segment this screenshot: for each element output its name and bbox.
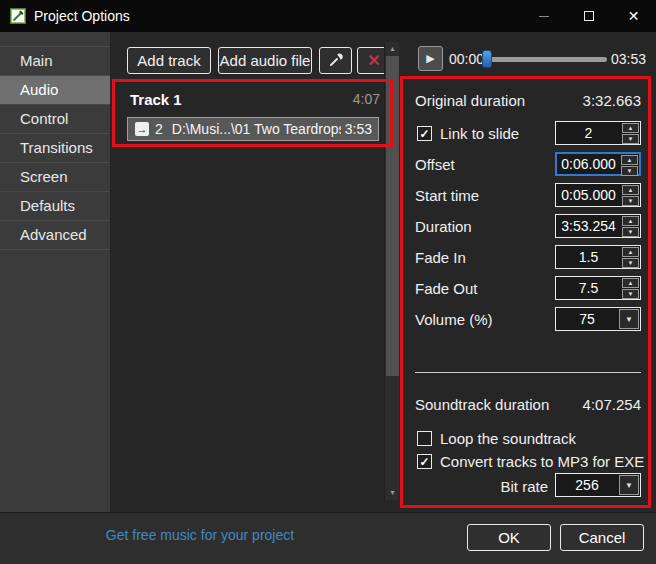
footer-bar: Get free music for your project OK Cance… — [0, 512, 656, 564]
audio-item-duration: 3:53 — [345, 121, 372, 137]
separator-line — [415, 372, 641, 373]
duration-spin-down[interactable]: ▼ — [622, 227, 639, 237]
play-icon: ▶ — [426, 52, 434, 64]
offset-spinner[interactable]: 0:06.000 ▲ ▼ — [555, 152, 641, 176]
spin-buttons: ▲ ▼ — [621, 122, 640, 144]
scroll-up-button[interactable]: ▲ — [385, 42, 400, 56]
fade-in-label: Fade In — [415, 249, 466, 266]
sidebar-item-screen[interactable]: Screen — [0, 163, 110, 192]
link-to-slide-value: 2 — [556, 122, 621, 144]
spin-buttons: ▲ ▼ — [621, 246, 640, 268]
scrollbar-thumb[interactable] — [386, 56, 399, 376]
fade-out-spin-up[interactable]: ▲ — [622, 278, 639, 288]
fade-in-spinner[interactable]: 1.5 ▲ ▼ — [555, 245, 641, 269]
loop-soundtrack-label: Loop the soundtrack — [440, 430, 576, 447]
close-icon: ✕ — [628, 8, 640, 24]
fade-in-spin-up[interactable]: ▲ — [622, 247, 639, 257]
vertical-scrollbar[interactable]: ▲ ▼ — [384, 42, 399, 500]
sidebar-list: Main Audio Control Transitions Screen De… — [0, 46, 110, 250]
track-list-panel: Add track Add audio file ✕ Track 1 4:07 … — [110, 32, 400, 512]
project-options-dialog: Project Options ✕ Main Audio Control Tra… — [0, 0, 656, 564]
offset-spin-up[interactable]: ▲ — [621, 155, 638, 165]
delete-icon: ✕ — [367, 52, 380, 69]
free-music-link[interactable]: Get free music for your project — [90, 527, 310, 543]
link-slide-spin-up[interactable]: ▲ — [622, 123, 639, 133]
duration-spin-up[interactable]: ▲ — [622, 216, 639, 226]
audio-item-index: 2 — [155, 121, 163, 137]
volume-dropdown[interactable]: 75 ▼ — [555, 307, 641, 331]
volume-dropdown-button[interactable]: ▼ — [619, 309, 639, 329]
elapsed-time: 00:00 — [449, 51, 484, 67]
cancel-button[interactable]: Cancel — [560, 524, 644, 551]
link-slide-spin-down[interactable]: ▼ — [622, 134, 639, 144]
add-audio-file-button[interactable]: Add audio file — [218, 47, 312, 74]
track-total-duration: 4:07 — [353, 91, 380, 107]
offset-spin-down[interactable]: ▼ — [621, 166, 638, 176]
fade-out-spinner[interactable]: 7.5 ▲ ▼ — [555, 276, 641, 300]
sidebar-item-transitions[interactable]: Transitions — [0, 134, 110, 163]
minimize-icon — [539, 16, 549, 17]
sidebar-item-audio[interactable]: Audio — [0, 76, 110, 105]
bit-rate-dropdown-button[interactable]: ▼ — [619, 475, 639, 495]
slider-thumb[interactable] — [482, 50, 492, 68]
tools-button[interactable] — [319, 47, 352, 74]
maximize-icon — [584, 11, 594, 21]
sidebar-item-main[interactable]: Main — [0, 47, 110, 76]
minimize-button[interactable] — [521, 0, 566, 32]
loop-soundtrack-checkbox[interactable] — [417, 431, 432, 446]
sidebar-item-defaults[interactable]: Defaults — [0, 192, 110, 221]
window-title: Project Options — [34, 0, 130, 32]
start-time-spin-down[interactable]: ▼ — [622, 196, 639, 206]
bit-rate-label: Bit rate — [500, 478, 548, 495]
offset-label: Offset — [415, 156, 455, 173]
link-to-slide-checkbox[interactable]: ✓ — [417, 126, 432, 141]
start-time-spin-up[interactable]: ▲ — [622, 185, 639, 195]
bit-rate-value: 256 — [556, 474, 618, 496]
convert-mp3-checkbox[interactable]: ✓ — [417, 454, 432, 469]
chevron-down-icon: ▼ — [625, 481, 633, 490]
audio-file-item[interactable]: → 2 D:\Musi...\01 Two Teardrops.mp3 3:53 — [127, 117, 379, 141]
spin-buttons: ▲ ▼ — [621, 277, 640, 299]
wrench-icon — [328, 52, 344, 68]
fade-in-value: 1.5 — [556, 246, 621, 268]
app-icon — [10, 8, 26, 24]
fade-out-spin-down[interactable]: ▼ — [622, 289, 639, 299]
check-icon: ✓ — [418, 127, 431, 141]
enter-arrow-icon: → — [135, 122, 149, 136]
start-time-label: Start time — [415, 187, 479, 204]
track-header[interactable]: Track 1 4:07 — [130, 88, 380, 110]
fade-out-label: Fade Out — [415, 280, 478, 297]
sidebar-item-advanced[interactable]: Advanced — [0, 221, 110, 250]
fade-in-spin-down[interactable]: ▼ — [622, 258, 639, 268]
volume-label: Volume (%) — [415, 311, 493, 328]
link-to-slide-spinner[interactable]: 2 ▲ ▼ — [555, 121, 641, 145]
maximize-button[interactable] — [566, 0, 611, 32]
duration-spinner[interactable]: 3:53.254 ▲ ▼ — [555, 214, 641, 238]
spin-buttons: ▲ ▼ — [621, 215, 640, 237]
bit-rate-dropdown[interactable]: 256 ▼ — [555, 473, 641, 497]
spin-buttons: ▲ ▼ — [621, 184, 640, 206]
track-title: Track 1 — [130, 91, 182, 108]
window-controls: ✕ — [521, 0, 656, 32]
seek-slider[interactable] — [482, 57, 607, 62]
chevron-down-icon: ▼ — [625, 315, 633, 324]
offset-value: 0:06.000 — [557, 154, 620, 174]
audio-properties-panel: ▶ 00:00 03:53 Original duration 3:32.663… — [400, 32, 656, 512]
sidebar-item-control[interactable]: Control — [0, 105, 110, 134]
total-time: 03:53 — [611, 51, 646, 67]
scroll-down-button[interactable]: ▼ — [385, 486, 400, 500]
ok-button[interactable]: OK — [467, 524, 551, 551]
volume-value: 75 — [556, 308, 618, 330]
original-duration-label: Original duration — [415, 92, 525, 109]
soundtrack-duration-label: Soundtrack duration — [415, 396, 549, 413]
sidebar: Main Audio Control Transitions Screen De… — [0, 32, 110, 512]
spin-buttons: ▲ ▼ — [620, 154, 639, 174]
duration-label: Duration — [415, 218, 472, 235]
add-track-button[interactable]: Add track — [127, 47, 211, 74]
soundtrack-duration-value: 4:07.254 — [583, 396, 641, 413]
close-button[interactable]: ✕ — [611, 0, 656, 32]
start-time-spinner[interactable]: 0:05.000 ▲ ▼ — [555, 183, 641, 207]
duration-value: 3:53.254 — [556, 215, 621, 237]
play-button[interactable]: ▶ — [418, 46, 443, 71]
link-to-slide-label: Link to slide — [440, 125, 519, 142]
